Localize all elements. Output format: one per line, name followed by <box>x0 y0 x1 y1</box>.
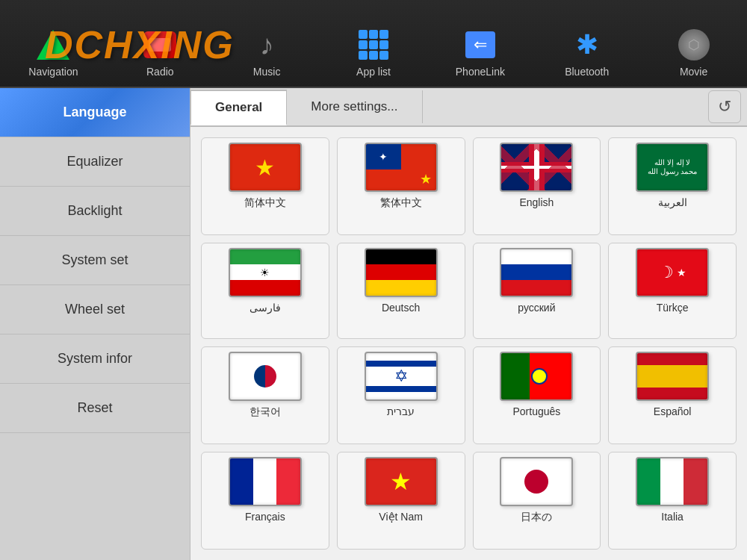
lang-label-japanese: 日本の <box>521 511 552 524</box>
lang-label-french: Français <box>245 511 285 523</box>
flag-japanese <box>500 457 573 506</box>
tab-more-settings[interactable]: More settings... <box>287 90 422 123</box>
lang-item-french[interactable]: Français <box>201 452 329 550</box>
lang-item-hebrew[interactable]: ✡ עברית <box>337 346 465 444</box>
music-icon: ♪ <box>249 27 285 63</box>
nav-item-applist[interactable]: App list <box>320 27 427 81</box>
nav-label-bluetooth: Bluetooth <box>565 66 609 78</box>
nav-item-bluetooth[interactable]: ✱ Bluetooth <box>533 27 640 81</box>
nav-label-music: Music <box>253 66 281 78</box>
sidebar: Language Equalizer Backlight System set … <box>0 88 190 560</box>
lang-label-vietnamese: Việt Nam <box>379 511 423 523</box>
flag-vietnamese: ★ <box>365 457 438 506</box>
flag-italian <box>636 457 709 506</box>
nav-label-applist: App list <box>356 66 391 78</box>
flag-chinese-traditional: ✦ ★ <box>365 143 438 192</box>
lang-item-chinese-simplified[interactable]: ★ 简体中文 <box>201 137 329 235</box>
lang-item-farsi[interactable]: ☀ فارسی <box>201 243 329 339</box>
lang-label-farsi: فارسی <box>249 302 281 314</box>
lang-item-portuguese[interactable]: Português <box>473 346 601 444</box>
lang-label-italian: Italia <box>661 511 684 523</box>
tab-general[interactable]: General <box>190 90 287 125</box>
movie-icon <box>676 27 712 63</box>
sidebar-item-wheelset[interactable]: Wheel set <box>0 285 190 335</box>
lang-label-hebrew: עברית <box>387 405 415 417</box>
sidebar-item-backlight[interactable]: Backlight <box>0 187 190 236</box>
lang-label-portuguese: Português <box>512 405 560 417</box>
lang-item-spanish[interactable]: Español <box>608 346 737 444</box>
lang-label-korean: 한국어 <box>249 405 281 419</box>
sidebar-item-systeminfor[interactable]: System infor <box>0 335 190 384</box>
flag-hebrew: ✡ <box>365 352 438 401</box>
nav-label-movie: Movie <box>680 66 707 78</box>
phonelink-icon <box>462 27 498 63</box>
tabs-bar: General More settings... ↺ <box>190 88 747 127</box>
lang-label-russian: русский <box>518 302 555 314</box>
language-grid: ★ 简体中文 ✦ ★ 繁体中文 <box>190 127 747 560</box>
sidebar-item-reset[interactable]: Reset <box>0 384 190 433</box>
sidebar-item-language[interactable]: Language <box>0 88 190 137</box>
lang-item-russian[interactable]: русский <box>473 243 601 339</box>
nav-label-navigation: Navigation <box>28 66 78 78</box>
nav-label-radio: Radio <box>146 66 174 78</box>
flag-german <box>365 248 438 297</box>
main-area: Language Equalizer Backlight System set … <box>0 88 747 560</box>
lang-item-turkish[interactable]: ☽ ★ Türkçe <box>608 243 737 339</box>
lang-item-korean[interactable]: 한국어 <box>201 346 329 444</box>
sidebar-item-equalizer[interactable]: Equalizer <box>0 137 190 187</box>
lang-label-chinese-traditional: 繁体中文 <box>380 196 422 210</box>
content-area: General More settings... ↺ ★ 简体中文 ✦ ★ <box>190 88 747 560</box>
nav-item-phonelink[interactable]: PhoneLink <box>427 27 533 81</box>
nav-item-movie[interactable]: Movie <box>640 27 747 81</box>
lang-label-german: Deutsch <box>382 302 420 314</box>
lang-label-chinese-simplified: 简体中文 <box>244 196 286 210</box>
lang-label-turkish: Türkçe <box>657 302 689 314</box>
flag-farsi: ☀ <box>229 248 302 297</box>
bluetooth-icon: ✱ <box>569 27 605 63</box>
applist-icon <box>356 27 391 63</box>
flag-french <box>229 457 302 506</box>
lang-item-japanese[interactable]: 日本の <box>473 452 601 550</box>
lang-label-english: English <box>519 196 554 208</box>
watermark-text: DCHXING <box>45 22 235 67</box>
flag-arabic: لا إله إلا اللهمحمد رسول الله <box>636 143 709 192</box>
flag-english <box>500 143 573 192</box>
lang-item-vietnamese[interactable]: ★ Việt Nam <box>337 452 465 550</box>
flag-spanish <box>636 352 709 401</box>
sidebar-item-systemset[interactable]: System set <box>0 236 190 285</box>
nav-label-phonelink: PhoneLink <box>456 66 505 78</box>
flag-russian <box>500 248 573 297</box>
lang-label-arabic: العربية <box>658 196 687 208</box>
lang-item-chinese-traditional[interactable]: ✦ ★ 繁体中文 <box>337 137 465 235</box>
lang-item-arabic[interactable]: لا إله إلا اللهمحمد رسول الله العربية <box>608 137 737 235</box>
flag-turkish: ☽ ★ <box>636 248 709 297</box>
flag-chinese-simplified: ★ <box>229 143 302 192</box>
back-button[interactable]: ↺ <box>708 90 741 123</box>
lang-label-spanish: Español <box>654 405 692 417</box>
flag-portuguese <box>500 352 573 401</box>
flag-korean <box>229 352 302 401</box>
lang-item-english[interactable]: English <box>473 137 601 235</box>
lang-item-italian[interactable]: Italia <box>608 452 737 550</box>
lang-item-german[interactable]: Deutsch <box>337 243 465 339</box>
